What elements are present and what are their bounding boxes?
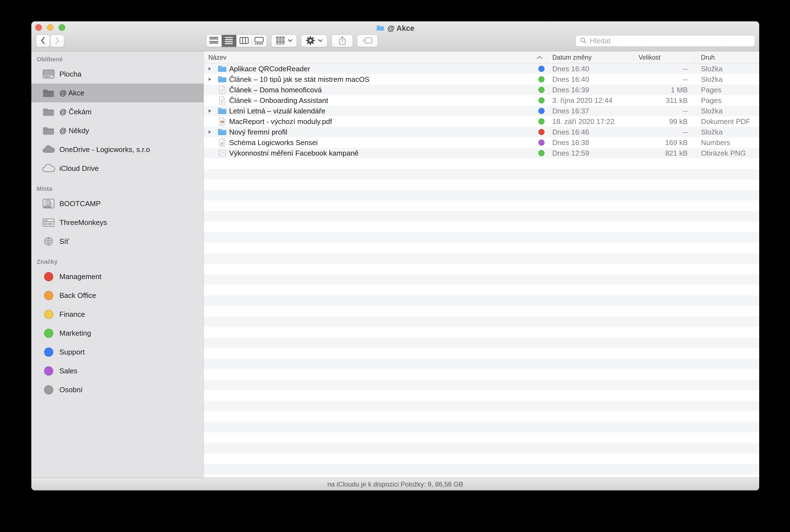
tag-icon	[42, 345, 55, 359]
file-name: Článek – Doma homeoficová	[229, 86, 322, 94]
tag-dot	[538, 139, 544, 146]
sidebar-item-marketing[interactable]: Marketing	[31, 324, 204, 343]
tag-icon	[42, 383, 55, 396]
file-row-nov-firemn-profil[interactable]: Nový firemní profilDnes 16:46--Složka	[204, 127, 759, 137]
sidebar-item-back-office[interactable]: Back Office	[31, 286, 204, 305]
doc-pdf-icon	[217, 117, 227, 126]
file-row-sch-ma-logicworks-sensei[interactable]: Schéma Logicworks SenseiDnes 16:38169 kB…	[204, 137, 759, 148]
file-size: 99 kB	[633, 117, 688, 126]
disclosure-triangle-icon[interactable]	[208, 109, 212, 113]
file-row-l-nek-10-tip-jak-se-st-t-mistrem-macos[interactable]: Článek – 10 tipů jak se stát mistrem mac…	[204, 74, 759, 84]
file-list: Aplikace QRCodeReaderDnes 16:40--SložkaČ…	[204, 63, 759, 478]
column-header-name[interactable]: Název	[208, 54, 226, 61]
group-by-button[interactable]	[271, 35, 297, 47]
column-header-size[interactable]: Velikost	[638, 54, 660, 61]
file-kind: Pages	[701, 96, 721, 105]
sidebar-item-label: Plocha	[59, 70, 81, 78]
tag-circle	[44, 366, 53, 376]
sidebar-item-bootcamp[interactable]: BOOTCAMP	[31, 194, 204, 213]
sidebar-item-label: iCloud Drive	[59, 164, 99, 173]
finder-window: @ Akce	[31, 21, 759, 490]
sidebar-item-management[interactable]: Management	[31, 267, 204, 286]
sidebar-item-akce[interactable]: @ Akce	[31, 83, 204, 102]
column-view-button[interactable]	[237, 35, 252, 47]
desktop-icon	[42, 68, 55, 81]
sidebar-item-label: @ Někdy	[59, 127, 89, 135]
sidebar-item-osobn[interactable]: Osobní	[31, 380, 204, 399]
disclosure-triangle-icon[interactable]	[208, 130, 212, 134]
search-field	[576, 35, 755, 46]
file-name: Letní Letná – vizuál kalendáře	[229, 107, 325, 115]
sidebar-item-icloud-drive[interactable]: iCloud Drive	[31, 159, 204, 178]
sidebar-item-s[interactable]: Síť	[31, 232, 204, 251]
file-row-l-nek-onboarding-assistant[interactable]: Článek – Onboarding Assistant3. října 20…	[204, 95, 759, 106]
file-kind: Složka	[701, 64, 722, 73]
tag-dot	[538, 76, 544, 82]
list-view-button[interactable]	[221, 35, 237, 47]
title-bar: @ Akce	[31, 23, 759, 33]
file-row-macreport-v-choz-moduly-pdf[interactable]: MacReport - výchozí moduly.pdf18. září 2…	[204, 116, 759, 127]
sidebar-item-finance[interactable]: Finance	[31, 305, 204, 324]
file-name: Nový firemní profil	[229, 128, 287, 136]
folder-blue-icon	[217, 76, 227, 83]
column-header-date[interactable]: Datum změny	[552, 54, 592, 61]
tag-circle	[44, 272, 53, 281]
group-icon	[276, 36, 285, 46]
status-bar: na iCloudu je k dispozici Položky: 9, 86…	[31, 478, 759, 490]
share-icon	[338, 36, 347, 46]
column-divider[interactable]	[547, 53, 547, 61]
window-content: OblíbenéPlocha@ Akce@ Čekám@ NěkdyOneDri…	[31, 51, 759, 478]
sidebar-gap	[31, 178, 204, 184]
sidebar-item-label: @ Čekám	[59, 108, 92, 116]
date-modified: Dnes 16:38	[552, 138, 589, 147]
date-modified: Dnes 16:37	[552, 107, 589, 115]
sidebar-item-threemonkeys[interactable]: ThreeMonkeys	[31, 213, 204, 232]
tag-icon	[42, 308, 55, 321]
disclosure-triangle-icon[interactable]	[208, 66, 212, 71]
folder-icon	[376, 24, 384, 33]
file-row-letn-letn-vizu-l-kalend-e[interactable]: Letní Letná – vizuál kalendářeDnes 16:37…	[204, 106, 759, 116]
sidebar-item-ek-m[interactable]: @ Čekám	[31, 102, 204, 121]
sidebar-item-sales[interactable]: Sales	[31, 361, 204, 380]
file-size: 169 kB	[633, 138, 688, 147]
folder-icon	[42, 86, 55, 99]
tag-button[interactable]	[357, 35, 378, 47]
icon-view-button[interactable]	[206, 35, 221, 47]
search-input[interactable]	[590, 37, 751, 45]
sidebar-item-label: Management	[59, 272, 101, 281]
tag-icon	[42, 270, 55, 283]
sidebar-item-label: Marketing	[59, 329, 91, 338]
date-modified: Dnes 12:59	[552, 149, 589, 157]
column-divider[interactable]	[633, 53, 633, 61]
file-size: --	[633, 64, 688, 73]
action-menu-button[interactable]	[301, 35, 327, 47]
sidebar-item-plocha[interactable]: Plocha	[31, 64, 204, 83]
file-row-l-nek-doma-homeoficov[interactable]: Článek – Doma homeoficováDnes 16:391 MBP…	[204, 84, 759, 95]
folder-blue-icon	[217, 129, 227, 136]
date-modified: Dnes 16:46	[552, 128, 589, 136]
file-size: 1 MB	[633, 86, 688, 94]
file-size: --	[633, 75, 688, 84]
file-row-v-konnostn-m-en-facebook-kampan[interactable]: Výkonnostní měření Facebook kampaněDnes …	[204, 148, 759, 158]
back-button[interactable]	[36, 35, 50, 47]
sidebar-item-n-kdy[interactable]: @ Někdy	[31, 121, 204, 140]
column-header-kind[interactable]: Druh	[701, 54, 715, 61]
sidebar-item-label: Osobní	[59, 385, 83, 394]
tag-icon	[42, 326, 55, 340]
file-row-aplikace-qrcodereader[interactable]: Aplikace QRCodeReaderDnes 16:40--Složka	[204, 63, 759, 74]
chevron-down-icon	[288, 39, 293, 43]
sidebar-item-onedrive-logicworks-s-r-o[interactable]: OneDrive - Logicworks, s.r.o	[31, 140, 204, 159]
file-kind: Složka	[701, 107, 722, 115]
share-button[interactable]	[331, 35, 353, 47]
gallery-view-button[interactable]	[252, 35, 267, 47]
forward-button[interactable]	[50, 35, 64, 47]
file-name: Aplikace QRCodeReader	[229, 64, 310, 73]
sidebar: OblíbenéPlocha@ Akce@ Čekám@ NěkdyOneDri…	[31, 51, 204, 478]
file-name: Článek – 10 tipů jak se stát mistrem mac…	[229, 75, 369, 84]
column-divider[interactable]	[695, 53, 695, 61]
sidebar-item-label: Sales	[59, 367, 77, 375]
disclosure-triangle-icon[interactable]	[208, 77, 212, 81]
file-size: --	[633, 128, 688, 136]
sidebar-item-support[interactable]: Support	[31, 343, 204, 361]
sidebar-item-label: BOOTCAMP	[59, 200, 101, 208]
